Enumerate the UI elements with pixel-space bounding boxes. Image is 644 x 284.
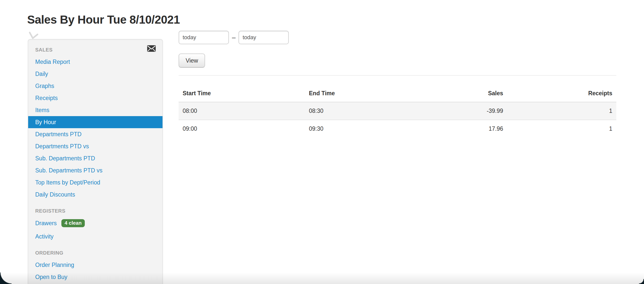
view-button[interactable]: View <box>179 54 205 68</box>
sidebar-item-departments-ptd-vs[interactable]: Departments PTD vs <box>28 140 163 152</box>
table-row: 08:0008:30-39.991 <box>179 102 616 120</box>
drawers-status-badge: 4 clean <box>61 219 85 227</box>
sidebar-item-label: Drawers <box>35 220 57 226</box>
sidebar-item-label: Daily <box>35 71 48 77</box>
column-header-sales: Sales <box>431 86 507 102</box>
sidebar-item-label: Graphs <box>35 83 54 89</box>
sidebar-item-label: Sub. Departments PTD <box>35 155 95 162</box>
cell-receipts: 1 <box>507 102 616 120</box>
date-to-input[interactable] <box>238 31 289 44</box>
table-header-row: Start TimeEnd TimeSalesReceipts <box>179 86 616 102</box>
content-divider <box>179 75 616 76</box>
section-header-registers: REGISTERS <box>35 208 163 214</box>
sidebar-item-graphs[interactable]: Graphs <box>28 80 163 92</box>
sidebar-item-label: Media Report <box>35 59 70 65</box>
sidebar-item-label: Open to Buy <box>35 274 67 280</box>
date-from-input[interactable] <box>179 31 229 44</box>
sidebar-item-open-to-buy[interactable]: Open to Buy <box>28 271 163 283</box>
date-range-dash: – <box>232 34 235 41</box>
sidebar-item-label: Daily Discounts <box>35 191 75 198</box>
sidebar-item-label: Activity <box>35 233 54 240</box>
screen-corner-bottom-left <box>0 272 12 284</box>
screen-corner-bottom-right <box>639 279 644 284</box>
sidebar-item-label: Departments PTD vs <box>35 143 89 150</box>
sidebar-item-departments-ptd[interactable]: Departments PTD <box>28 128 163 140</box>
sidebar-sections: SALESMedia ReportDailyGraphsReceiptsItem… <box>28 47 163 283</box>
cell-start-time: 08:00 <box>179 102 305 120</box>
sales-by-hour-table: Start TimeEnd TimeSalesReceipts 08:0008:… <box>179 86 616 137</box>
sidebar-item-daily[interactable]: Daily <box>28 68 163 80</box>
sidebar-item-label: Receipts <box>35 95 58 101</box>
sidebar-item-label: Sub. Departments PTD vs <box>35 167 102 174</box>
section-header-sales: SALES <box>35 47 163 53</box>
sidebar-item-label: By Hour <box>35 119 56 125</box>
cell-start-time: 09:00 <box>179 120 305 137</box>
sidebar-item-sub-departments-ptd-vs[interactable]: Sub. Departments PTD vs <box>28 164 163 176</box>
column-header-receipts: Receipts <box>507 86 616 102</box>
sidebar-item-label: Top Items by Dept/Period <box>35 179 100 186</box>
sidebar-item-order-planning[interactable]: Order Planning <box>28 259 163 271</box>
sidebar-item-label: Departments PTD <box>35 131 82 137</box>
sidebar-item-receipts[interactable]: Receipts <box>28 92 163 104</box>
sidebar-item-media-report[interactable]: Media Report <box>28 56 163 68</box>
date-range-controls: – <box>179 31 289 44</box>
sidebar-item-items[interactable]: Items <box>28 104 163 116</box>
sidebar-item-by-hour[interactable]: By Hour <box>28 116 163 128</box>
page-title: Sales By Hour Tue 8/10/2021 <box>27 12 180 27</box>
sidebar-item-drawers[interactable]: Drawers4 clean <box>28 217 163 230</box>
column-header-start-time: Start Time <box>179 86 305 102</box>
cell-end-time: 09:30 <box>305 120 431 137</box>
mail-icon[interactable] <box>147 45 156 52</box>
cell-receipts: 1 <box>507 120 616 137</box>
sidebar-item-activity[interactable]: Activity <box>28 230 163 243</box>
sidebar-item-sub-departments-ptd[interactable]: Sub. Departments PTD <box>28 152 163 164</box>
cell-sales: -39.99 <box>431 102 507 120</box>
cell-end-time: 08:30 <box>305 102 431 120</box>
column-header-end-time: End Time <box>305 86 431 102</box>
sidebar-item-label: Order Planning <box>35 262 74 268</box>
sidebar-item-label: Items <box>35 107 49 113</box>
sidebar: SALESMedia ReportDailyGraphsReceiptsItem… <box>28 39 163 284</box>
sidebar-item-daily-discounts[interactable]: Daily Discounts <box>28 188 163 201</box>
sidebar-item-top-items-by-dept-period[interactable]: Top Items by Dept/Period <box>28 176 163 188</box>
table-row: 09:0009:3017.961 <box>179 120 616 137</box>
cell-sales: 17.96 <box>431 120 507 137</box>
section-header-ordering: ORDERING <box>35 250 163 256</box>
